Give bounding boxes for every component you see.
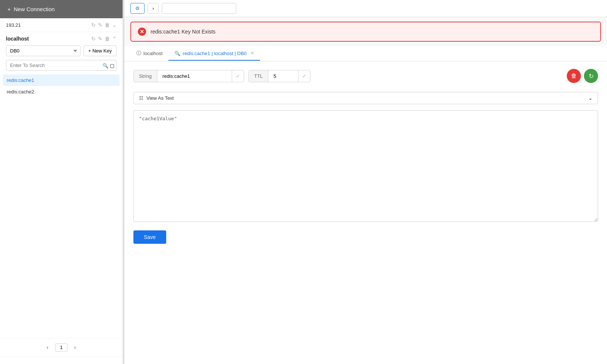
arrow-icon: › <box>152 6 154 11</box>
localhost-section: localhost ↻ ✎ 🗑 ⌃ <box>0 32 123 45</box>
tab-bar: ⓘ localhost 🔍 redis:cache1 | localhost |… <box>124 46 607 61</box>
key-name-check-icon: ✓ <box>232 70 244 82</box>
refresh-key-button[interactable]: ↻ <box>584 69 598 83</box>
toolbar-input[interactable] <box>162 3 236 14</box>
delete-key-button[interactable]: 🗑 <box>567 69 581 83</box>
error-banner: ✕ redis:cache1 Key Not Exists <box>130 22 601 42</box>
sidebar-bottom <box>0 356 123 364</box>
next-page-button[interactable]: › <box>72 343 78 352</box>
key-item-redis-cache2[interactable]: redis:cache2 <box>3 86 120 98</box>
key-type-label: String <box>134 70 157 82</box>
refresh-icon: ↻ <box>589 73 594 80</box>
tab-close-icon[interactable]: ✕ <box>250 51 254 56</box>
delete-connection-icon[interactable]: 🗑 <box>105 22 110 28</box>
db-selector[interactable]: DB0 DB1 DB2 <box>6 45 80 56</box>
error-message: redis:cache1 Key Not Exists <box>151 29 215 35</box>
top-toolbar: ⚙ › <box>124 0 607 17</box>
edit-connection-icon[interactable]: ✎ <box>98 22 102 28</box>
delete-localhost-icon[interactable]: 🗑 <box>105 36 110 42</box>
settings-icon: ⚙ <box>135 6 140 11</box>
tab-redis-cache1[interactable]: 🔍 redis:cache1 | localhost | DB0 ✕ <box>168 47 260 61</box>
localhost-label: localhost <box>6 36 29 42</box>
ttl-input[interactable] <box>268 70 298 82</box>
action-buttons: 🗑 ↻ <box>567 69 598 83</box>
key-editor: String ✓ TTL ✓ 🗑 ↻ ☷ View As T <box>124 61 607 364</box>
save-button[interactable]: Save <box>133 230 166 244</box>
view-as-icon: ☷ <box>139 95 143 101</box>
db-controls: DB0 DB1 DB2 + New Key <box>0 45 123 56</box>
key-meta-row: String ✓ TTL ✓ 🗑 ↻ <box>133 69 598 83</box>
search-tab-icon: 🔍 <box>174 51 180 56</box>
ttl-check-icon: ✓ <box>298 70 310 82</box>
ttl-group: TTL ✓ <box>249 70 310 82</box>
new-key-button[interactable]: + New Key <box>83 45 117 56</box>
arrow-toolbar-button[interactable]: › <box>148 3 159 14</box>
tab-localhost[interactable]: ⓘ localhost <box>130 46 168 61</box>
collapse-localhost-icon[interactable]: ⌃ <box>112 36 117 42</box>
sidebar: + New Connection 193.21 ↻ ✎ 🗑 ⌄ localhos… <box>0 0 123 364</box>
expand-connection-icon[interactable]: ⌄ <box>112 22 117 28</box>
error-icon: ✕ <box>138 28 146 36</box>
tab-localhost-label: localhost <box>143 51 162 56</box>
ttl-label: TTL <box>249 70 268 82</box>
view-as-dropdown[interactable]: ☷ View As Text ⌄ <box>133 92 598 104</box>
new-connection-button[interactable]: + New Connection <box>0 0 123 18</box>
refresh-localhost-icon[interactable]: ↻ <box>91 36 96 42</box>
view-as-label: View As Text <box>146 95 174 101</box>
main-content: ⚙ › ✕ redis:cache1 Key Not Exists ⓘ loca… <box>124 0 607 364</box>
connection-item: 193.21 ↻ ✎ 🗑 ⌄ <box>0 18 123 32</box>
trash-icon: 🗑 <box>571 73 577 79</box>
key-item-redis-cache1[interactable]: redis:cache1 <box>3 74 120 86</box>
value-textarea[interactable]: "cache1Value" <box>133 110 598 222</box>
refresh-connection-icon[interactable]: ↻ <box>91 22 96 28</box>
prev-page-button[interactable]: ‹ <box>44 343 51 352</box>
search-icon: 🔍 <box>102 63 108 68</box>
settings-toolbar-button[interactable]: ⚙ <box>130 3 145 14</box>
tab-redis-cache1-label: redis:cache1 | localhost | DB0 <box>183 51 247 56</box>
new-connection-label: New Connection <box>14 6 55 12</box>
key-list: redis:cache1 redis:cache2 <box>0 74 123 338</box>
connection-ip: 193.21 <box>6 22 21 28</box>
search-input[interactable] <box>6 60 117 71</box>
search-box: 🔍 ▢ <box>6 60 117 71</box>
clear-search-icon[interactable]: ▢ <box>110 63 114 68</box>
page-number: 1 <box>55 343 67 352</box>
key-name-input[interactable] <box>157 70 232 82</box>
chevron-down-icon: ⌄ <box>588 95 592 101</box>
plus-icon: + <box>7 6 11 12</box>
pagination: ‹ 1 › <box>0 338 123 356</box>
edit-localhost-icon[interactable]: ✎ <box>98 36 102 42</box>
key-type-select[interactable]: String ✓ <box>133 70 244 82</box>
info-icon: ⓘ <box>136 50 141 57</box>
